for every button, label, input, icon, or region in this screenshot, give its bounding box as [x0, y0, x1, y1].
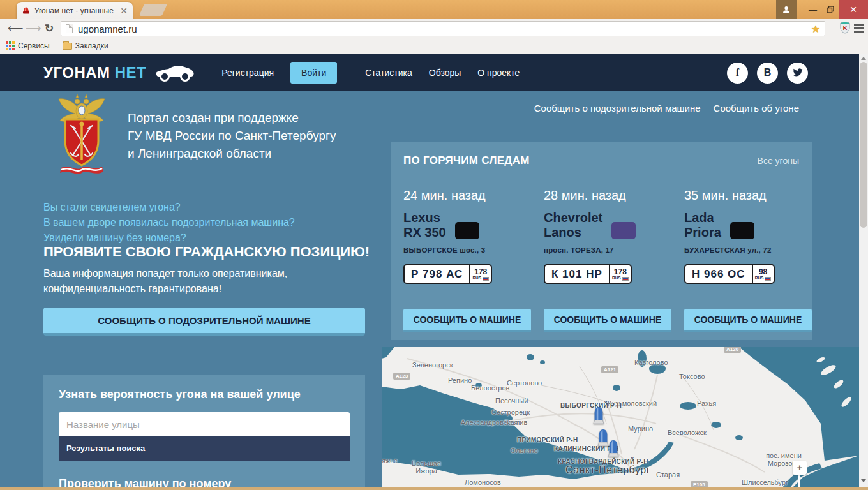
car-color-swatch: [611, 222, 636, 239]
witness-questions: Вы стали свидетелем угона? В вашем дворе…: [43, 200, 295, 246]
close-button[interactable]: ✕: [839, 0, 868, 19]
theft-marker-icon[interactable]: [607, 439, 620, 458]
road-badge: А121: [601, 366, 618, 373]
maximize-button[interactable]: [821, 0, 839, 19]
vk-icon[interactable]: В: [757, 63, 778, 84]
map-label: ВЫБОРГСКИЙ Р-Н: [560, 402, 622, 409]
report-car-button[interactable]: СООБЩИТЬ О МАШИНЕ: [403, 309, 531, 332]
map-label: Большая Ижора: [412, 459, 441, 475]
minimize-button[interactable]: —: [804, 0, 821, 19]
hot-trail-panel: ПО ГОРЯЧИМ СЛЕДАМ Все угоны 24 мин. наза…: [391, 142, 812, 340]
nav-register[interactable]: Регистрация: [221, 68, 274, 78]
logo-part2: НЕТ: [115, 64, 147, 81]
all-thefts-link[interactable]: Все угоны: [758, 156, 799, 166]
page-scrollbar[interactable]: [859, 54, 868, 490]
map-label: Кавголово: [634, 359, 668, 366]
map-label: яжье: [382, 457, 398, 464]
top-links: Сообщить о подозрительной машине Сообщит…: [534, 103, 799, 115]
login-button[interactable]: Войти: [290, 62, 337, 84]
browser-menu-icon[interactable]: [854, 24, 864, 33]
map-zoom-in-button[interactable]: +: [793, 461, 807, 475]
scrollbar-up-arrow[interactable]: [861, 57, 866, 60]
russia-flag-icon: [483, 277, 489, 281]
page-viewport: УГОНАМ НЕТ Регистрация Войти Статистика …: [0, 54, 859, 490]
car-color-swatch: [730, 222, 754, 239]
map-label: Зеленогорск: [412, 361, 453, 369]
nav-stats[interactable]: Статистика: [365, 68, 412, 78]
mvd-emblem: [56, 94, 107, 179]
kaspersky-extension-icon[interactable]: K: [840, 22, 850, 36]
license-plate: Н 966 ОС 98 RUS: [684, 264, 775, 284]
theft-probability-panel: Узнать вероятность угона на вашей улице …: [43, 375, 365, 490]
page-icon: [66, 24, 73, 33]
site-header: УГОНАМ НЕТ Регистрация Войти Статистика …: [0, 54, 859, 91]
map-label: Токсово: [679, 373, 705, 380]
nav-reviews[interactable]: Обзоры: [429, 68, 461, 78]
thefts-map[interactable]: ЗеленогорскРепиноБелоостровСертоловоПесо…: [382, 347, 859, 490]
scrollbar-thumb[interactable]: [860, 62, 867, 228]
map-label: Мурино: [628, 425, 653, 433]
road-badge: А120: [724, 347, 741, 353]
map-label: ПРИМОРСКИЙ Р-Н: [517, 436, 578, 443]
license-plate: Р 798 АС 178 RUS: [403, 264, 492, 284]
forward-icon[interactable]: ⟶: [26, 21, 41, 36]
apps-grid-icon: [6, 41, 15, 50]
cta-subtitle: Ваша информация попадет только оперативн…: [43, 266, 287, 297]
map-label: Ломоносов: [465, 479, 501, 486]
car-color-swatch: [455, 222, 479, 239]
map-label: Всеволожск: [668, 429, 707, 436]
map-label: Санкт-Петербург: [565, 464, 650, 476]
bookmark-services-label: Сервисы: [18, 41, 50, 50]
bookmark-folder[interactable]: Закладки: [63, 41, 108, 50]
map-label: Сестрорецк: [491, 408, 530, 416]
russia-flag-icon: [765, 277, 771, 281]
map-label: Шлиссельбург: [742, 479, 788, 486]
scrollbar-down-arrow[interactable]: [861, 479, 866, 482]
map-label: Старая: [656, 471, 680, 479]
window-bottom-frame: [0, 487, 868, 490]
bookmarks-bar: Сервисы Закладки: [0, 38, 868, 54]
new-tab-button[interactable]: [139, 4, 167, 16]
back-icon[interactable]: ⟵: [8, 21, 23, 36]
facebook-icon[interactable]: f: [727, 63, 748, 84]
stolen-car-card: 24 мин. назад LexusRX 350 ВЫБОРГСКОЕ шос…: [403, 171, 531, 332]
twitter-icon[interactable]: [787, 63, 808, 84]
reload-icon[interactable]: ↻: [45, 21, 54, 36]
theft-address: ВЫБОРГСКОЕ шос., 3: [403, 246, 531, 254]
siren-favicon: [22, 6, 31, 15]
hot-trail-title: ПО ГОРЯЧИМ СЛЕДАМ: [403, 154, 530, 167]
bookmark-star-icon[interactable]: ★: [811, 23, 820, 35]
tab-close-icon[interactable]: ✕: [120, 6, 128, 15]
bookmark-services[interactable]: Сервисы: [6, 41, 50, 50]
stolen-cars-grid: 24 мин. назад LexusRX 350 ВЫБОРГСКОЕ шос…: [391, 171, 812, 332]
theft-address: просп. ТОРЕЗА, 17: [544, 246, 671, 254]
street-name-input[interactable]: [59, 412, 350, 436]
report-car-button[interactable]: СООБЩИТЬ О МАШИНЕ: [544, 309, 671, 332]
map-label: Сертолово: [507, 379, 542, 387]
report-suspicious-link[interactable]: Сообщить о подозрительной машине: [534, 103, 701, 115]
plate-region: 98 RUS: [752, 265, 774, 283]
cta-title: ПРОЯВИТЕ СВОЮ ГРАЖДАНСКУЮ ПОЗИЦИЮ!: [43, 244, 370, 260]
browser-tab[interactable]: Угонам нет - угнанные а ✕: [17, 2, 133, 19]
stolen-car-card: 35 мин. назад LadaPriora БУХАРЕСТСКАЯ ул…: [684, 171, 812, 332]
car-logo-icon: [155, 64, 195, 84]
probability-title: Узнать вероятность угона на вашей улице: [59, 388, 350, 401]
map-label: Репино: [448, 376, 472, 384]
profile-button[interactable]: [776, 0, 797, 19]
report-theft-link[interactable]: Сообщить об угоне: [714, 103, 799, 115]
theft-time: 28 мин. назад: [544, 188, 671, 203]
report-suspicious-button[interactable]: СООБЩИТЬ О ПОДОЗРИТЕЛЬНОЙ МАШИНЕ: [43, 308, 365, 336]
url-bar[interactable]: ugonamnet.ru ★: [61, 21, 825, 36]
person-icon: [782, 5, 791, 14]
tab-title: Угонам нет - угнанные а: [34, 6, 116, 15]
nav-about[interactable]: О проекте: [477, 68, 520, 78]
url-text: ugonamnet.ru: [78, 24, 137, 34]
site-logo[interactable]: УГОНАМ НЕТ: [43, 64, 146, 82]
report-car-button[interactable]: СООБЩИТЬ О МАШИНЕ: [684, 309, 812, 332]
car-name: LadaPriora: [684, 211, 721, 240]
logo-part1: УГОНАМ: [43, 64, 110, 81]
theft-marker-icon[interactable]: [592, 406, 605, 425]
main-nav: Регистрация Войти Статистика Обзоры О пр…: [221, 62, 520, 84]
plate-region: 178 RUS: [609, 265, 631, 283]
search-results-bar: Результаты поиска: [59, 436, 350, 461]
